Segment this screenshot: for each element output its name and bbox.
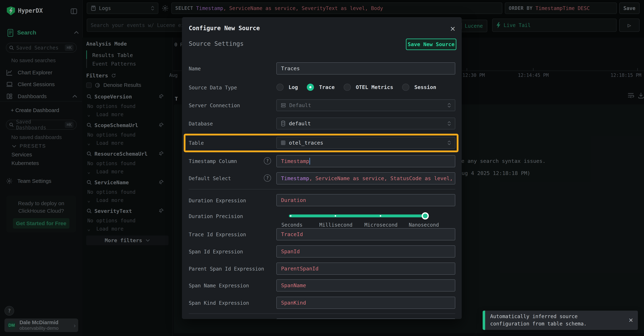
radio-trace-label[interactable]: Trace (319, 84, 334, 90)
precision-slider-track[interactable] (289, 215, 428, 217)
precision-option-nanosecond[interactable]: Nanosecond (409, 222, 439, 228)
select-chevrons-icon (448, 121, 451, 126)
database-label: Database (189, 121, 213, 127)
span-id-label: Span Id Expression (189, 249, 243, 255)
select-chevrons-icon (448, 103, 451, 108)
span-kind-label: Span Kind Expression (189, 300, 249, 306)
name-input[interactable]: Traces (276, 62, 455, 74)
slider-mark (335, 215, 336, 217)
default-select-input[interactable]: Timestamp, ServiceName as service, Statu… (276, 172, 455, 184)
toast-message: Automatically inferred source configurat… (490, 313, 616, 328)
name-label: Name (189, 66, 201, 72)
duration-expression-label: Duration Expression (189, 198, 246, 204)
span-name-label: Span Name Expression (189, 283, 249, 289)
span-kind-input[interactable]: SpanKind (276, 297, 455, 309)
duration-precision-label: Duration Precision (189, 213, 243, 219)
text-cursor (310, 158, 310, 165)
server-connection-label: Server Connection (189, 103, 240, 108)
server-connection-select[interactable]: Default (276, 99, 455, 111)
slider-mark (290, 215, 292, 217)
radio-session-label[interactable]: Session (414, 84, 436, 90)
help-icon[interactable]: ? (264, 157, 271, 164)
parent-span-id-input[interactable]: ParentSpanId (276, 263, 455, 275)
table-label: Table (189, 140, 204, 146)
section-title: Source Settings (189, 40, 244, 47)
span-name-input[interactable]: SpanName (276, 279, 455, 292)
section-divider (189, 314, 455, 314)
slider-mark (380, 215, 381, 217)
save-new-source-button[interactable]: Save New Source (406, 39, 456, 50)
duration-expression-input[interactable]: Duration (276, 194, 455, 206)
precision-option-millisecond[interactable]: Millisecond (319, 222, 352, 228)
clipped-input[interactable] (276, 319, 455, 319)
toast-notification: Automatically inferred source configurat… (483, 311, 638, 330)
radio-otel-metrics[interactable] (344, 84, 351, 91)
timestamp-column-label: Timestamp Column (189, 158, 237, 164)
precision-option-microsecond[interactable]: Microsecond (364, 222, 398, 228)
radio-trace[interactable] (307, 84, 314, 91)
database-select[interactable]: default (276, 118, 455, 129)
slider-thumb[interactable] (422, 212, 429, 220)
default-select-label: Default Select (189, 176, 231, 181)
radio-log[interactable] (276, 84, 284, 91)
close-icon[interactable]: ✕ (450, 25, 456, 33)
trace-id-label: Trace Id Expression (189, 232, 246, 238)
configure-source-modal: Configure New Source ✕ Source Settings S… (182, 17, 462, 319)
precision-option-seconds[interactable]: Seconds (282, 222, 302, 228)
section-divider (189, 189, 455, 189)
modal-title: Configure New Source (189, 25, 260, 32)
help-icon[interactable]: ? (264, 174, 271, 182)
database-icon (281, 121, 286, 126)
select-chevrons-icon (448, 140, 451, 145)
radio-otel-metrics-label[interactable]: OTEL Metrics (356, 84, 394, 90)
span-id-input[interactable]: SpanId (276, 245, 455, 258)
radio-session[interactable] (402, 84, 409, 91)
table-select[interactable]: otel_traces (276, 137, 455, 149)
parent-span-id-label: Parent Span Id Expression (189, 266, 264, 272)
source-type-label: Source Data Type (189, 85, 237, 91)
radio-log-label[interactable]: Log (288, 84, 298, 90)
table-icon (281, 140, 286, 145)
toast-accent-bar (483, 311, 485, 330)
toast-close-icon[interactable]: ✕ (628, 317, 633, 324)
trace-id-input[interactable]: TraceId (276, 228, 455, 240)
timestamp-column-input[interactable]: Timestamp (276, 155, 455, 167)
server-icon (281, 103, 286, 108)
